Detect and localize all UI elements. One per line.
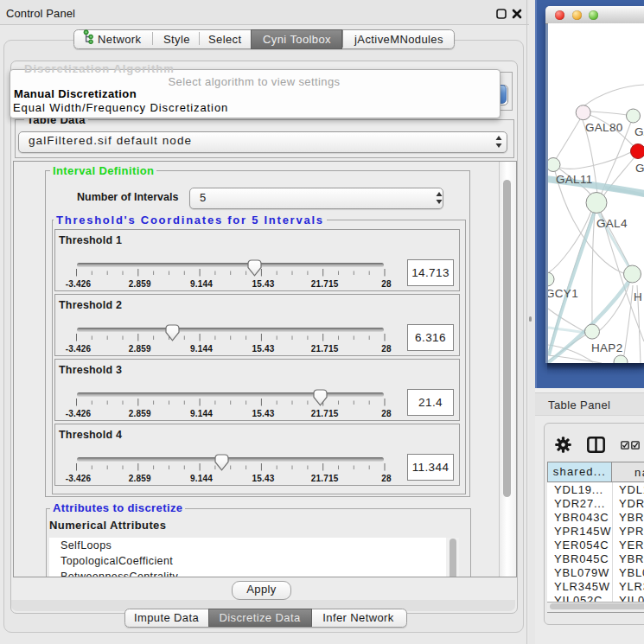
svg-text:GAL4: GAL4 [596,217,628,230]
svg-text:GAL80: GAL80 [585,121,623,134]
svg-text:H: H [634,290,642,303]
svg-text:G: G [635,162,644,175]
svg-text:GA: GA [634,125,644,138]
svg-text:GAL11: GAL11 [556,173,593,186]
svg-text:GCY1: GCY1 [548,287,578,300]
svg-text:HAP2: HAP2 [591,341,622,354]
